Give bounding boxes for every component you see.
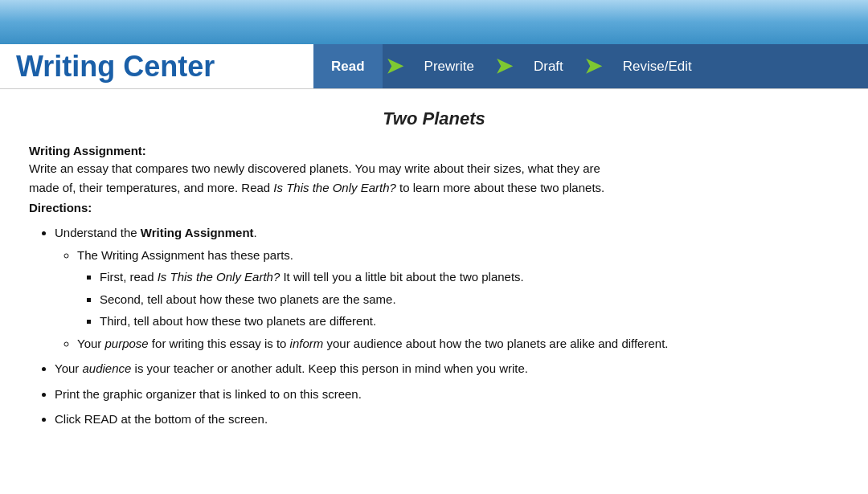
- sub-item-1: The Writing Assignment has these parts. …: [77, 245, 839, 332]
- sub2-italic1: purpose: [104, 337, 148, 350]
- nav-item-read[interactable]: Read: [313, 44, 383, 88]
- sub-list-1: The Writing Assignment has these parts. …: [55, 245, 839, 354]
- nav-item-draft[interactable]: Draft: [516, 44, 581, 88]
- app-title: Writing Center: [16, 50, 215, 84]
- sub2-pre: Your: [77, 337, 104, 350]
- nav-label-read: Read: [331, 59, 365, 75]
- bullet-3: Print the graphic organizer that is link…: [55, 384, 839, 405]
- intro-text-2: made of, their temperatures, and more. R…: [29, 181, 273, 194]
- nav-item-revise-edit[interactable]: Revise/Edit: [605, 44, 710, 88]
- bullet-1: Understand the Writing Assignment. The W…: [55, 223, 839, 353]
- bullet-2: Your audience is your teacher or another…: [55, 358, 839, 379]
- intro-paragraph: Write an essay that compares two newly d…: [29, 159, 839, 198]
- bullet2-pre: Your: [55, 361, 82, 375]
- intro-text-3: to learn more about these two planets.: [396, 181, 604, 194]
- bullet1-bold: Writing Assignment: [141, 226, 254, 239]
- nav-label-prewrite: Prewrite: [424, 59, 474, 75]
- arrow-icon-2: ➤: [492, 44, 516, 88]
- header: Writing Center Read ➤ Prewrite ➤ Draft ➤…: [0, 44, 868, 89]
- bullet-4: Click READ at the bottom of the screen.: [55, 409, 839, 430]
- directions-label: Directions:: [29, 201, 839, 214]
- subsub1-pre: First, read: [100, 270, 158, 284]
- subsub1-post: It will tell you a little bit about the …: [280, 270, 524, 284]
- subsub-item-3: Third, tell about how these two planets …: [100, 311, 839, 332]
- sub2-mid: for writing this essay is to: [149, 337, 290, 350]
- arrow-icon-1: ➤: [383, 44, 407, 88]
- bullet2-italic: audience: [82, 361, 131, 375]
- writing-assignment-label: Writing Assignment:: [29, 144, 839, 157]
- top-banner: [0, 0, 868, 44]
- subsub1-italic: Is This the Only Earth?: [158, 270, 280, 284]
- page-title: Two Planets: [29, 108, 839, 129]
- sub1-text: The Writing Assignment has these parts.: [77, 248, 293, 262]
- header-nav: Read ➤ Prewrite ➤ Draft ➤ Revise/Edit: [313, 44, 868, 88]
- sub-sub-list: First, read Is This the Only Earth? It w…: [77, 267, 839, 332]
- subsub-item-1: First, read Is This the Only Earth? It w…: [100, 267, 839, 288]
- sub2-post: your audience about how the two planets …: [323, 337, 668, 350]
- intro-italic: Is This the Only Earth?: [273, 181, 396, 194]
- directions-list: Understand the Writing Assignment. The W…: [29, 223, 839, 430]
- nav-label-draft: Draft: [534, 59, 563, 75]
- sub-item-2: Your purpose for writing this essay is t…: [77, 333, 839, 354]
- nav-item-prewrite[interactable]: Prewrite: [407, 44, 492, 88]
- header-title-area: Writing Center: [0, 44, 313, 88]
- bullet1-end: .: [254, 226, 257, 239]
- bullet2-post: is your teacher or another adult. Keep t…: [131, 361, 528, 375]
- arrow-icon-3: ➤: [581, 44, 605, 88]
- main-content: Two Planets Writing Assignment: Write an…: [0, 89, 868, 454]
- nav-label-revise-edit: Revise/Edit: [623, 59, 692, 75]
- sub2-italic2: inform: [290, 337, 324, 350]
- subsub-item-2: Second, tell about how these two planets…: [100, 289, 839, 310]
- intro-text-1: Write an essay that compares two newly d…: [29, 161, 600, 175]
- bullet1-text: Understand the: [55, 226, 141, 239]
